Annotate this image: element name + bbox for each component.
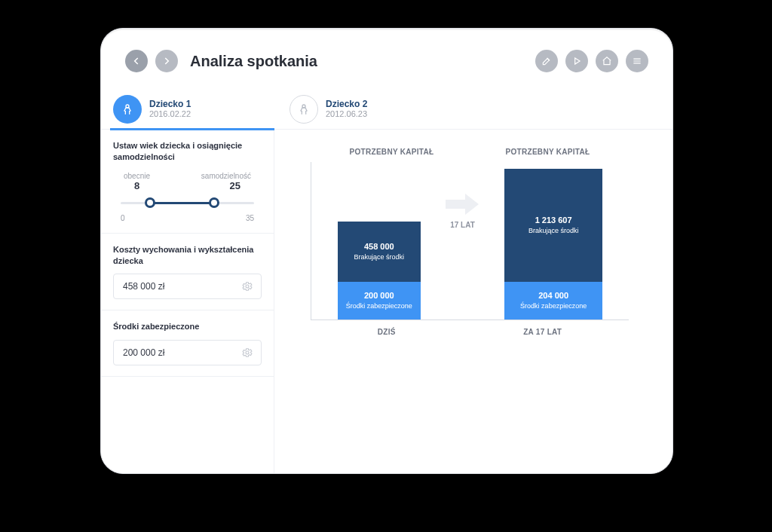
section-costs: Koszty wychowania i wykształcenia dzieck… — [101, 234, 274, 311]
slider-value-now: 8 — [134, 180, 139, 191]
bar2-missing-caption: Brakujące środki — [528, 227, 579, 235]
bar2-missing-value: 1 213 607 — [535, 216, 572, 225]
edit-icon[interactable] — [535, 50, 558, 72]
arrow-label: 17 LAT — [450, 221, 475, 229]
chart-header-left: POTRZEBNY KAPITAŁ — [350, 148, 434, 156]
bar1-missing-value: 458 000 — [364, 242, 394, 252]
slider-max: 35 — [246, 214, 254, 222]
svg-point-2 — [246, 285, 249, 288]
arrow-icon: 17 LAT — [446, 192, 479, 229]
gear-icon[interactable] — [241, 280, 253, 292]
section-secured-label: Środki zabezpieczone — [113, 321, 262, 332]
slider-handle-upper[interactable] — [209, 197, 219, 208]
tab-child-2-date: 2012.06.23 — [326, 109, 367, 119]
slider-min: 0 — [121, 214, 125, 222]
tab-child-1[interactable]: Dziecko 1 2016.02.22 — [113, 89, 191, 129]
tab-child-2[interactable]: Dziecko 2 2012.06.23 — [290, 89, 367, 129]
section-costs-label: Koszty wychowania i wykształcenia dzieck… — [113, 244, 262, 267]
page-title: Analiza spotkania — [190, 53, 317, 70]
settings-panel: Ustaw wiek dziecka i osiągnięcie samodzi… — [101, 130, 274, 474]
bar1-secured-value: 200 000 — [364, 291, 394, 301]
menu-icon[interactable] — [626, 50, 648, 72]
bar2-secured-caption: Środki zabezpieczone — [520, 302, 587, 310]
bar1-secured-caption: Środki zabezpieczone — [346, 302, 412, 310]
header-bar: Analiza spotkania — [101, 29, 672, 83]
home-icon[interactable] — [596, 50, 618, 72]
secured-input[interactable] — [121, 347, 241, 359]
slider-label-now: obecnie — [124, 172, 150, 180]
children-tabs: Dziecko 1 2016.02.22 Dziecko 2 2012.06.2… — [101, 83, 672, 130]
bar1-missing-caption: Brakujące środki — [354, 253, 405, 261]
play-icon[interactable] — [565, 50, 588, 72]
slider-label-independent: samodzielność — [201, 172, 251, 180]
svg-point-3 — [246, 351, 249, 354]
app-window: Analiza spotkania — [100, 28, 673, 474]
content: Ustaw wiek dziecka i osiągnięcie samodzi… — [101, 130, 672, 474]
bar-today: 200 000 Środki zabezpieczone 458 000 Bra… — [338, 222, 421, 320]
age-range-slider[interactable] — [121, 194, 254, 212]
bar2-secured-value: 204 000 — [538, 291, 568, 301]
gear-icon[interactable] — [241, 347, 253, 359]
child-icon — [113, 95, 142, 124]
tab-child-1-label: Dziecko 1 — [149, 99, 191, 109]
xaxis-future: ZA 17 LAT — [523, 328, 562, 336]
chart-header-right: POTRZEBNY KAPITAŁ — [506, 148, 590, 156]
active-tab-underline — [110, 128, 274, 130]
back-button[interactable] — [125, 50, 148, 72]
slider-value-independent: 25 — [230, 180, 240, 191]
slider-handle-lower[interactable] — [145, 197, 155, 208]
stacked-bar-chart: 200 000 Środki zabezpieczone 458 000 Bra… — [311, 162, 629, 320]
child-icon — [290, 95, 318, 124]
xaxis-today: DZIŚ — [378, 328, 396, 336]
forward-button[interactable] — [155, 50, 178, 72]
bar-future: 204 000 Środki zabezpieczone 1 213 607 B… — [504, 169, 602, 320]
chart-panel: POTRZEBNY KAPITAŁ POTRZEBNY KAPITAŁ 200 … — [274, 130, 672, 474]
tab-child-1-date: 2016.02.22 — [149, 109, 191, 119]
section-age-label: Ustaw wiek dziecka i osiągnięcie samodzi… — [113, 140, 262, 163]
costs-input[interactable] — [121, 280, 241, 292]
section-secured: Środki zabezpieczone — [101, 310, 274, 377]
tab-child-2-label: Dziecko 2 — [326, 99, 367, 109]
section-age: Ustaw wiek dziecka i osiągnięcie samodzi… — [101, 130, 274, 234]
